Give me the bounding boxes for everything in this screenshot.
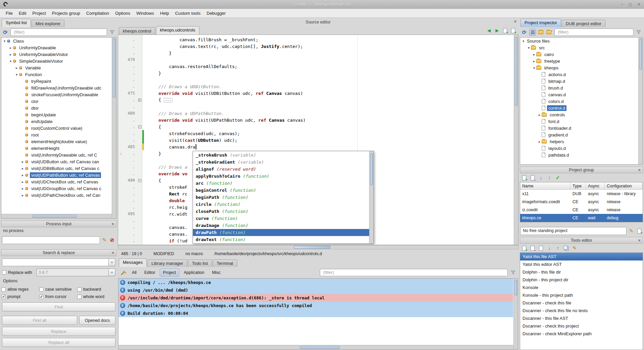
checkbox-whole-word[interactable]: whole word — [77, 293, 115, 300]
editor-vscrollbar[interactable] — [514, 35, 518, 245]
next-source-icon[interactable]: ▶ — [494, 27, 500, 34]
completion-item[interactable]: drawPath(function) — [193, 229, 369, 236]
expand-icon[interactable]: ▸ — [537, 140, 542, 143]
file-tree-item[interactable]: ▾kheops — [520, 64, 643, 71]
symbol-tree-item[interactable]: ▸Variable — [1, 64, 116, 71]
completion-item[interactable]: _strokeGradient(variable) — [193, 159, 369, 166]
async-toggle-icon[interactable]: ✓ — [554, 174, 561, 181]
file-tree-item[interactable]: colors.d — [520, 98, 643, 105]
tool-item[interactable]: Dscanner - check this file — [520, 299, 643, 307]
message-row[interactable]: iBuild duration: 00:00:04 — [118, 309, 513, 317]
project-row[interactable]: kheops.ceCEwaitdebug — [520, 214, 643, 222]
completion-item[interactable]: _strokeBrush(variable) — [193, 152, 369, 159]
completion-item[interactable]: applyBrushToCairo(function) — [193, 173, 369, 180]
file-tree-item[interactable]: fontloader.d — [520, 125, 643, 131]
file-tree-item[interactable]: font.d — [520, 118, 643, 125]
refresh-project-icon[interactable]: ⟳ — [521, 29, 528, 36]
symbol-tree-item[interactable]: ▸UniformlyDrawableVisitor — [1, 51, 116, 58]
file-tree-item[interactable]: brush.d — [520, 84, 643, 91]
symbol-tree-item[interactable]: visit(UniformlyDrawable udc, ref C — [1, 152, 116, 158]
replace-button[interactable]: Replace — [2, 327, 115, 336]
remove-folder-icon[interactable]: − — [546, 29, 553, 36]
open-source-icon[interactable] — [510, 27, 516, 34]
symbol-tree-item[interactable]: ▸visit(UDCheckBox udc, ref Canvas — [1, 178, 116, 185]
tool-item[interactable]: Yatol this file AST — [520, 253, 643, 260]
file-tree-item[interactable]: ▸freetype — [520, 58, 643, 64]
symbol-tree-item[interactable]: ▸visit(UDButton udc, ref Canvas can — [1, 158, 116, 165]
minimize-button[interactable]: − — [621, 2, 623, 7]
code-editor[interactable]: . canvas.fillBrush = _brushFont;. canvas… — [118, 35, 518, 245]
tab-dub-project-editor[interactable]: DUB project editor — [562, 20, 605, 27]
find-button[interactable]: Find — [2, 302, 115, 311]
completion-item[interactable]: curve(function) — [193, 215, 369, 222]
editor-hscrollbar[interactable] — [118, 245, 518, 249]
symbol-tree-item[interactable]: tryRepaint — [1, 78, 116, 84]
messages-hscrollbar[interactable] — [118, 345, 513, 349]
close-process-input-icon[interactable]: ✕ — [111, 222, 114, 226]
completion-item[interactable]: drawImage(function) — [193, 222, 369, 229]
expand-icon[interactable]: ▾ — [2, 39, 7, 43]
add-free-standing-icon[interactable] — [636, 228, 643, 234]
search-dropdown-icon[interactable]: ▼ — [109, 258, 115, 266]
completion-item[interactable]: drawText(function) — [193, 236, 369, 243]
menu-file[interactable]: File — [3, 9, 16, 17]
filter-category-all[interactable]: All — [129, 269, 140, 277]
add-tool-icon[interactable] — [521, 245, 528, 251]
filter-category-project[interactable]: Project — [160, 269, 180, 277]
symbol-tree-item[interactable]: fillDrawArea(UniformlyDrawable udc — [1, 84, 116, 91]
message-row[interactable]: !/usr/include/dmd/druntime/import/core/e… — [118, 294, 513, 302]
expand-icon[interactable]: ▾ — [8, 59, 13, 63]
close-button[interactable]: ✕ — [637, 2, 641, 7]
file-tree-item[interactable]: bitmap.d — [520, 78, 643, 84]
expand-icon[interactable]: ▸ — [20, 173, 25, 177]
replace-with-checkbox[interactable]: Replace with — [2, 269, 34, 276]
tool-item[interactable]: Konsole - this project path — [520, 291, 643, 299]
column-header-type[interactable]: Type — [571, 182, 586, 189]
filter-category-misc[interactable]: Misc — [209, 269, 224, 277]
tool-item[interactable]: Dscanner - check this project — [520, 322, 643, 330]
menu-project[interactable]: Project — [29, 9, 49, 17]
expand-icon[interactable]: ▸ — [532, 53, 536, 56]
symbol-tree-item[interactable]: endUpdate — [1, 118, 116, 125]
opened-docs-button[interactable]: Opened docs — [79, 316, 115, 325]
project-filter-input[interactable] — [554, 28, 634, 36]
tab-mini-explorer[interactable]: Mini explorer — [32, 20, 64, 27]
file-tree-item[interactable]: ▸helpers — [520, 138, 643, 145]
expand-icon[interactable]: ▾ — [14, 73, 19, 76]
replace-dropdown-icon[interactable]: ▼ — [109, 269, 115, 276]
tool-item[interactable]: Dolphin - this project dir — [520, 276, 643, 284]
project-row[interactable]: x11DUBasyncrelease - library — [520, 190, 643, 198]
completion-item[interactable]: beginControl(function) — [193, 187, 369, 194]
close-search-icon[interactable]: ✕ — [111, 251, 114, 255]
process-input-field[interactable] — [2, 236, 100, 244]
expand-icon[interactable]: ▸ — [8, 46, 13, 50]
tab-kheops-control[interactable]: kheops.control — [119, 27, 155, 35]
tool-item[interactable]: Dolphin - this file dir — [520, 268, 643, 276]
message-row[interactable]: icompiling / ... /kheops/kheops.ce — [118, 279, 513, 286]
menu-compilation[interactable]: Compilation — [83, 9, 112, 17]
menu-edit[interactable]: Edit — [16, 9, 29, 17]
fold-toggle-icon[interactable]: − — [137, 179, 142, 182]
expand-icon[interactable]: ▸ — [20, 193, 25, 197]
symbol-tree-item[interactable]: dtor — [1, 105, 116, 111]
expand-icon[interactable]: ▸ — [20, 167, 25, 170]
checkbox-allow-regex[interactable]: allow regex — [1, 286, 39, 293]
fold-toggle-icon[interactable]: − — [137, 125, 142, 128]
file-tree-item[interactable]: control.d — [520, 105, 643, 111]
checkbox-case-sensitive[interactable]: case sensitive — [39, 286, 77, 293]
completion-item[interactable]: closePath(function) — [193, 208, 369, 215]
maximize-button[interactable]: ◻ — [629, 2, 632, 7]
symbol-tree-item[interactable]: ▸visit(UDPathButton udc, ref Canvas — [1, 172, 116, 178]
close-source-editor-icon[interactable]: ✕ — [514, 19, 517, 24]
cancel-process-icon[interactable]: ⊘ — [109, 237, 115, 243]
message-row[interactable]: iusing /usr/bin/dmd (dmd) — [118, 286, 513, 294]
remove-project-icon[interactable] — [529, 174, 536, 181]
expand-icon[interactable]: ▸ — [532, 59, 536, 63]
expand-icon[interactable]: ▸ — [20, 160, 25, 164]
filter-funnel-icon[interactable] — [109, 29, 115, 36]
symbol-tree-item[interactable]: ▾Function — [1, 71, 116, 78]
file-tree-item[interactable]: ▾Source files — [520, 38, 643, 44]
replace-all-button[interactable]: Replace all — [2, 338, 115, 347]
checkbox-from-cursor[interactable]: ✓from cursor — [39, 293, 77, 300]
move-tool-down-icon[interactable]: ↓ — [546, 245, 553, 251]
